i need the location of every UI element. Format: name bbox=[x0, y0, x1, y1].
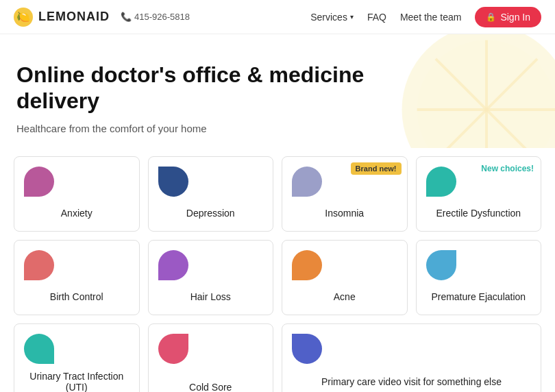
birthcontrol-label: Birth Control bbox=[24, 291, 130, 302]
service-card-insomnia[interactable]: Brand new! Insomnia bbox=[282, 156, 408, 232]
nav-right: Services ▾ FAQ Meet the team 🔒 Sign In bbox=[310, 7, 541, 27]
chevron-down-icon: ▾ bbox=[350, 13, 354, 21]
navbar: 🍋 LEMONAID 📞 415-926-5818 Services ▾ FAQ… bbox=[0, 0, 555, 34]
uti-label: Urinary Tract Infection (UTI) bbox=[24, 371, 130, 392]
service-card-ed[interactable]: New choices! Erectile Dysfunction bbox=[416, 156, 542, 232]
anxiety-icon bbox=[24, 167, 54, 197]
insomnia-icon bbox=[292, 167, 322, 197]
service-card-birthcontrol[interactable]: Birth Control bbox=[14, 240, 140, 315]
hero-title: Online doctor's office & medicine delive… bbox=[16, 62, 386, 114]
new-choices-badge: New choices! bbox=[481, 164, 534, 173]
brand-new-badge: Brand new! bbox=[351, 162, 402, 175]
lemon-watermark bbox=[397, 34, 555, 148]
primary-label: Primary care video visit for something e… bbox=[292, 376, 531, 387]
hero-section: Online doctor's office & medicine delive… bbox=[0, 34, 555, 148]
coldsore-icon bbox=[158, 334, 188, 364]
primary-icon bbox=[292, 334, 322, 364]
service-card-hairloss[interactable]: Hair Loss bbox=[148, 240, 274, 315]
logo[interactable]: 🍋 LEMONAID bbox=[14, 8, 110, 27]
logo-icon: 🍋 bbox=[14, 8, 33, 27]
pe-label: Premature Ejaculation bbox=[426, 291, 532, 302]
ed-label: Erectile Dysfunction bbox=[426, 208, 532, 219]
services-grid: Anxiety Depression Brand new! Insomnia N… bbox=[0, 148, 555, 392]
depression-label: Depression bbox=[158, 208, 264, 219]
insomnia-label: Insomnia bbox=[292, 208, 397, 219]
pe-icon bbox=[426, 250, 456, 280]
service-card-pe[interactable]: Premature Ejaculation bbox=[416, 240, 542, 315]
phone-icon: 📞 bbox=[121, 12, 132, 22]
hairloss-icon bbox=[158, 250, 188, 280]
depression-icon bbox=[158, 167, 188, 197]
uti-icon bbox=[24, 334, 54, 364]
service-card-depression[interactable]: Depression bbox=[148, 156, 274, 232]
ed-icon bbox=[426, 167, 456, 197]
logo-text: LEMONAID bbox=[38, 10, 110, 24]
lock-icon: 🔒 bbox=[486, 12, 496, 22]
nav-services[interactable]: Services ▾ bbox=[310, 12, 354, 23]
phone-number: 📞 415-926-5818 bbox=[121, 12, 190, 22]
birthcontrol-icon bbox=[24, 250, 54, 280]
acne-label: Acne bbox=[292, 291, 397, 302]
hairloss-label: Hair Loss bbox=[158, 291, 264, 302]
anxiety-label: Anxiety bbox=[24, 208, 130, 219]
service-card-coldsore[interactable]: Cold Sore bbox=[148, 323, 274, 392]
service-card-anxiety[interactable]: Anxiety bbox=[14, 156, 140, 232]
sign-in-button[interactable]: 🔒 Sign In bbox=[475, 7, 541, 27]
acne-icon bbox=[292, 250, 322, 280]
nav-meet-team[interactable]: Meet the team bbox=[400, 12, 462, 23]
service-card-acne[interactable]: Acne bbox=[282, 240, 408, 315]
coldsore-label: Cold Sore bbox=[158, 382, 264, 392]
nav-faq[interactable]: FAQ bbox=[367, 12, 386, 23]
service-card-uti[interactable]: Urinary Tract Infection (UTI) bbox=[14, 323, 140, 392]
service-card-primary[interactable]: Primary care video visit for something e… bbox=[282, 323, 541, 392]
